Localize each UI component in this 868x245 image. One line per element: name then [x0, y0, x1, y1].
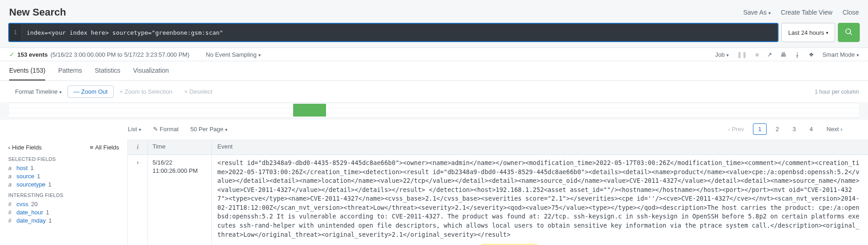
pager-page-1[interactable]: 1	[753, 123, 766, 135]
field-name[interactable]: host	[16, 165, 28, 171]
pause-icon[interactable]: ❚❚	[737, 51, 747, 58]
field-count: 1	[46, 209, 49, 216]
format-results-button[interactable]: ✎ Format	[153, 126, 179, 133]
field-type-icon: #	[8, 209, 14, 216]
tab-visualization[interactable]: Visualization	[133, 61, 169, 80]
event-date: 5/16/22	[153, 159, 207, 167]
export-icon[interactable]: ⭳	[794, 51, 800, 58]
check-icon: ✓	[9, 51, 15, 58]
field-row[interactable]: #date_hour1	[8, 209, 119, 216]
field-row[interactable]: #cvss20	[8, 201, 119, 208]
field-name[interactable]: date_mday	[16, 217, 46, 224]
fields-sidebar: Hide Fields All Fields SELECTED FIELDS a…	[0, 139, 128, 245]
search-input-container[interactable]: 1 index=<your index here> sourcetype="gr…	[8, 23, 779, 42]
pager-page-3[interactable]: 3	[788, 124, 800, 134]
field-type-icon: a	[8, 173, 14, 180]
field-name[interactable]: sourcetype	[16, 181, 46, 188]
run-search-button[interactable]	[838, 23, 860, 42]
create-table-view-link[interactable]: Create Table View	[781, 9, 832, 16]
selected-fields-title: SELECTED FIELDS	[8, 156, 119, 162]
tab-events[interactable]: Events (153)	[9, 61, 45, 80]
zoom-to-selection-button: + Zoom to Selection	[114, 85, 179, 98]
stop-icon[interactable]: ■	[755, 51, 759, 58]
per-page-menu[interactable]: 50 Per Page	[190, 126, 227, 133]
field-count: 20	[31, 201, 37, 208]
field-name[interactable]: cvss	[16, 201, 28, 208]
interesting-fields-title: INTERESTING FIELDS	[8, 192, 119, 198]
hide-fields-button[interactable]: Hide Fields	[8, 144, 42, 151]
field-count: 1	[48, 181, 52, 188]
field-count: 1	[37, 173, 40, 180]
tab-patterns[interactable]: Patterns	[58, 61, 82, 80]
field-row[interactable]: asource1	[8, 173, 119, 180]
field-type-icon: #	[8, 217, 14, 224]
page-title: New Search	[9, 6, 66, 18]
print-icon[interactable]: 🖶	[780, 51, 786, 58]
deselect-button: × Deselect	[179, 85, 219, 98]
event-sampling-menu[interactable]: No Event Sampling	[206, 51, 261, 58]
pager-next[interactable]: Next ›	[822, 124, 847, 134]
event-count: 153 events	[17, 51, 48, 58]
field-name[interactable]: date_hour	[16, 209, 43, 216]
event-time: 11:00:26.000 PM	[153, 167, 207, 175]
field-count: 1	[31, 165, 34, 171]
col-header-info: i	[128, 139, 148, 154]
pager-page-4[interactable]: 4	[805, 124, 817, 134]
timeline-bar[interactable]	[293, 104, 326, 117]
field-row[interactable]: #date_mday1	[8, 217, 119, 224]
col-header-time[interactable]: Time	[148, 139, 212, 154]
col-header-event: Event	[212, 139, 868, 154]
timeline-chart[interactable]	[9, 102, 859, 118]
search-icon	[845, 28, 853, 37]
field-row[interactable]: asourcetype1	[8, 181, 119, 188]
pager-prev: ‹ Prev	[724, 124, 749, 134]
zoom-out-button[interactable]: — Zoom Out	[68, 85, 113, 98]
tab-statistics[interactable]: Statistics	[95, 61, 121, 80]
field-count: 1	[48, 217, 52, 224]
pager-page-2[interactable]: 2	[771, 124, 784, 134]
field-row[interactable]: ahost1	[8, 165, 119, 171]
spl-editor[interactable]: index=<your index here> sourcetype="gree…	[22, 29, 778, 36]
line-number: 1	[9, 24, 22, 41]
close-link[interactable]: Close	[842, 9, 859, 16]
expand-event-button[interactable]: ›	[128, 155, 148, 245]
save-as-menu[interactable]: Save As	[743, 9, 771, 16]
results-view-menu[interactable]: List	[128, 126, 141, 133]
timeline-rate-label: 1 hour per column	[815, 89, 859, 95]
event-raw[interactable]: <result id="db2348a9-dbd0-4435-8529-445d…	[212, 155, 868, 241]
format-timeline-menu[interactable]: Format Timeline	[9, 85, 68, 98]
time-range-text: (5/16/22 3:00:00.000 PM to 5/17/22 3:23:…	[51, 51, 189, 58]
event-meta: host = security-tools.localdomain | sour…	[212, 241, 868, 245]
timeline-gridlines	[9, 103, 859, 117]
field-type-icon: a	[8, 181, 14, 188]
share-icon[interactable]: ↗	[767, 51, 772, 58]
search-mode-menu[interactable]: Smart Mode	[822, 51, 859, 58]
field-type-icon: #	[8, 201, 14, 208]
all-fields-button[interactable]: All Fields	[90, 144, 119, 151]
smart-mode-icon: ❖	[809, 51, 814, 58]
event-row: › 5/16/22 11:00:26.000 PM <result id="db…	[128, 155, 868, 245]
field-name[interactable]: source	[16, 173, 34, 180]
time-range-picker[interactable]: Last 24 hours	[781, 23, 835, 42]
job-menu[interactable]: Job	[715, 51, 729, 58]
field-type-icon: a	[8, 165, 14, 171]
